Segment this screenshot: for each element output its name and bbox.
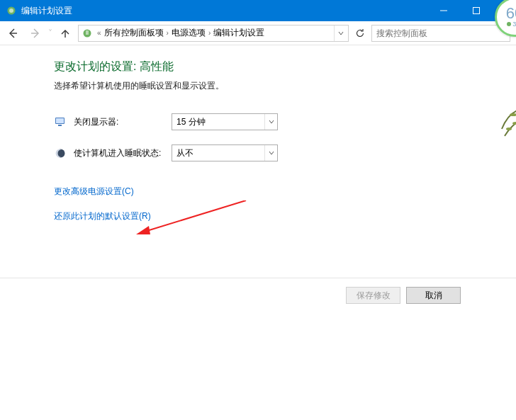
window-title: 编辑计划设置 [21, 5, 72, 17]
refresh-button[interactable] [352, 25, 369, 42]
chevron-down-icon [264, 145, 277, 161]
setting-row-sleep: 使计算机进入睡眠状态: 从不 [54, 144, 516, 161]
save-button: 保存修改 [346, 287, 400, 304]
breadcrumb-item-0[interactable]: 所有控制面板项 [104, 27, 164, 39]
window-titlebar: 编辑计划设置 [0, 0, 516, 21]
svg-rect-3 [473, 8, 480, 14]
chevron-right-icon: › [167, 29, 169, 37]
breadcrumb-item-2[interactable]: 编辑计划设置 [213, 27, 264, 39]
breadcrumb-item-1[interactable]: 电源选项 [172, 27, 206, 39]
svg-rect-8 [86, 30, 89, 35]
address-dropdown[interactable] [334, 25, 347, 41]
nav-dropdown-caret[interactable]: ˅ [48, 28, 52, 38]
svg-rect-11 [58, 125, 62, 126]
power-icon [82, 28, 93, 39]
back-button[interactable] [3, 23, 23, 43]
chevron-right-icon: › [208, 29, 211, 37]
link-advanced-power[interactable]: 更改高级电源设置(C) [54, 186, 134, 198]
svg-point-16 [512, 122, 516, 125]
app-icon [3, 6, 20, 16]
chevron-down-icon [264, 114, 277, 130]
monitor-icon [54, 115, 67, 128]
widget-number: 60 [506, 6, 516, 21]
minimize-button[interactable] [427, 0, 460, 21]
page-subtext: 选择希望计算机使用的睡眠设置和显示设置。 [54, 80, 516, 92]
setting-label-sleep: 使计算机进入睡眠状态: [74, 147, 164, 159]
search-input[interactable] [376, 28, 505, 38]
link-restore-defaults[interactable]: 还原此计划的默认设置(R) [54, 210, 151, 222]
up-button[interactable] [55, 23, 75, 43]
maximize-button[interactable] [460, 0, 493, 21]
footer-buttons: 保存修改 取消 [0, 278, 516, 304]
search-box[interactable] [371, 25, 510, 42]
select-sleep[interactable]: 从不 [172, 144, 278, 161]
select-value: 从不 [176, 147, 194, 159]
cancel-button[interactable]: 取消 [406, 287, 461, 304]
forward-button[interactable] [26, 23, 45, 43]
svg-point-1 [9, 8, 13, 13]
select-value: 15 分钟 [176, 116, 206, 128]
decorative-plant [498, 108, 516, 150]
links-block: 更改高级电源设置(C) 还原此计划的默认设置(R) [54, 186, 516, 235]
address-breadcrumb[interactable]: « 所有控制面板项 › 电源选项 › 编辑计划设置 [78, 25, 349, 42]
svg-rect-10 [56, 118, 64, 123]
setting-label-display: 关闭显示器: [74, 116, 164, 128]
status-dot-icon [507, 22, 511, 26]
breadcrumb-prefix: « [97, 29, 101, 37]
navigation-bar: ˅ « 所有控制面板项 › 电源选项 › 编辑计划设置 [0, 21, 516, 45]
content-area: 更改计划的设置: 高性能 选择希望计算机使用的睡眠设置和显示设置。 关闭显示器:… [0, 45, 516, 420]
setting-row-display: 关闭显示器: 15 分钟 [54, 113, 516, 130]
svg-point-17 [506, 127, 512, 130]
widget-temp: 32° [507, 21, 516, 28]
moon-icon [54, 147, 67, 159]
page-heading: 更改计划的设置: 高性能 [54, 59, 516, 74]
select-display-off[interactable]: 15 分钟 [172, 113, 278, 130]
